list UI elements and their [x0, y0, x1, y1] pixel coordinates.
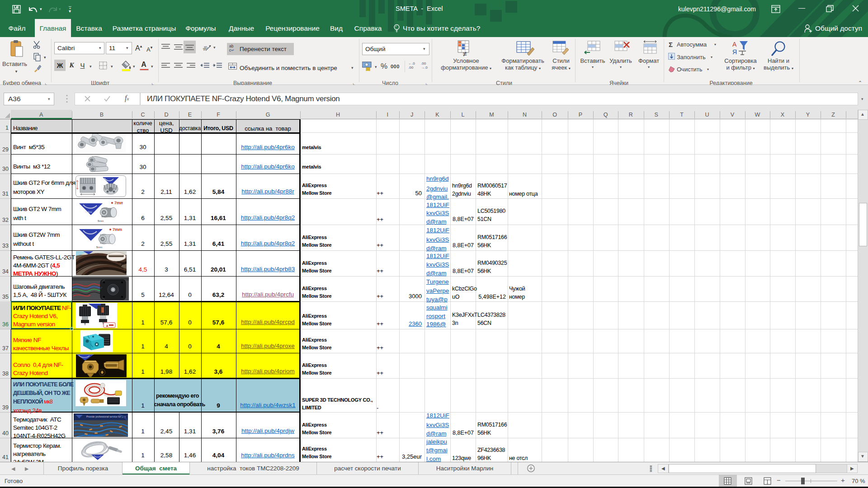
svg-text:Я: Я [732, 48, 737, 56]
svg-text:Provide professional service f: Provide professional service for you [86, 415, 126, 418]
svg-text:7mm: 7mm [114, 201, 123, 205]
svg-text:≠: ≠ [463, 50, 467, 56]
svg-text:Mellow: Mellow [85, 211, 92, 213]
svg-text:А: А [732, 41, 737, 48]
svg-text:5mm: 5mm [98, 220, 104, 222]
svg-text:7mm: 7mm [113, 227, 122, 232]
svg-text:ab: ab [202, 44, 208, 52]
svg-text:5mm: 5mm [96, 246, 102, 249]
